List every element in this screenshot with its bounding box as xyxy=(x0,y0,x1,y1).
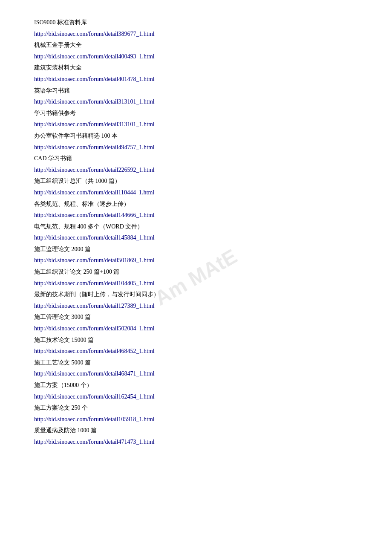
list-item-url-18[interactable]: http://bid.sinoaec.com/forum/detail47147… xyxy=(34,436,358,448)
list-item-title-17: 施工方案论文 250 个 xyxy=(34,402,358,414)
list-item-title-2: 建筑安装材料大全 xyxy=(34,62,358,74)
list-item-url-13[interactable]: http://bid.sinoaec.com/forum/detail50208… xyxy=(34,323,358,335)
item-link[interactable]: http://bid.sinoaec.com/forum/detail46845… xyxy=(34,348,155,354)
item-link[interactable]: http://bid.sinoaec.com/forum/detail40147… xyxy=(34,76,155,82)
item-link[interactable]: http://bid.sinoaec.com/forum/detail16245… xyxy=(34,393,155,400)
list-item-title-16: 施工方案（15000 个） xyxy=(34,380,358,391)
list-item-title-8: 各类规范、规程、标准（逐步上传） xyxy=(34,199,358,210)
item-link[interactable]: http://bid.sinoaec.com/forum/detail31310… xyxy=(34,98,155,105)
list-item-url-8[interactable]: http://bid.sinoaec.com/forum/detail14466… xyxy=(34,210,358,221)
list-item-title-7: 施工组织设计总汇（共 1000 篇） xyxy=(34,176,358,187)
list-item-title-5: 办公室软件学习书籍精选 100 本 xyxy=(34,130,358,142)
item-title: 施工工艺论文 5000 篇 xyxy=(34,359,91,366)
list-item-title-3: 英语学习书籍 xyxy=(34,85,358,97)
item-title: 施工方案（15000 个） xyxy=(34,382,92,388)
item-title: 学习书籍供参考 xyxy=(34,110,76,116)
item-link[interactable]: http://bid.sinoaec.com/forum/detail22659… xyxy=(34,167,155,173)
item-link[interactable]: http://bid.sinoaec.com/forum/detail47147… xyxy=(34,439,155,445)
item-link[interactable]: http://bid.sinoaec.com/forum/detail50186… xyxy=(34,257,155,263)
list-item-url-17[interactable]: http://bid.sinoaec.com/forum/detail10591… xyxy=(34,414,358,425)
item-title: ISO9000 标准资料库 xyxy=(34,19,87,26)
item-title: 电气规范、规程 400 多个（WORD 文件） xyxy=(34,223,143,230)
list-item-title-12: 最新的技术期刊（随时上传，与发行时间同步） xyxy=(34,289,358,301)
list-item-title-14: 施工技术论文 15000 篇 xyxy=(34,335,358,346)
item-title: 施工管理论文 3000 篇 xyxy=(34,314,91,320)
list-item-url-1[interactable]: http://bid.sinoaec.com/forum/detail40049… xyxy=(34,51,358,63)
item-title: 施工技术论文 15000 篇 xyxy=(34,337,94,343)
item-link[interactable]: http://bid.sinoaec.com/forum/detail38967… xyxy=(34,31,155,37)
resource-list: ISO9000 标准资料库http://bid.sinoaec.com/foru… xyxy=(34,17,358,448)
item-link[interactable]: http://bid.sinoaec.com/forum/detail14588… xyxy=(34,234,155,241)
list-item-title-4: 学习书籍供参考 xyxy=(34,108,358,119)
list-item-title-1: 机械五金手册大全 xyxy=(34,40,358,51)
list-item-url-10[interactable]: http://bid.sinoaec.com/forum/detail50186… xyxy=(34,255,358,266)
list-item-title-6: CAD 学习书籍 xyxy=(34,153,358,165)
item-link[interactable]: http://bid.sinoaec.com/forum/detail46847… xyxy=(34,370,155,377)
item-link[interactable]: http://bid.sinoaec.com/forum/detail14466… xyxy=(34,212,155,218)
list-item-title-10: 施工监理论文 2000 篇 xyxy=(34,244,358,255)
list-item-url-15[interactable]: http://bid.sinoaec.com/forum/detail46847… xyxy=(34,368,358,380)
list-item-title-0: ISO9000 标准资料库 xyxy=(34,17,358,29)
list-item-url-4[interactable]: http://bid.sinoaec.com/forum/detail31310… xyxy=(34,119,358,130)
list-item-url-16[interactable]: http://bid.sinoaec.com/forum/detail16245… xyxy=(34,391,358,403)
item-title: 办公室软件学习书籍精选 100 本 xyxy=(34,133,118,139)
item-title: 建筑安装材料大全 xyxy=(34,64,82,71)
item-title: CAD 学习书籍 xyxy=(34,155,72,162)
list-item-title-11: 施工组织设计论文 250 篇+100 篇 xyxy=(34,266,358,278)
list-item-url-14[interactable]: http://bid.sinoaec.com/forum/detail46845… xyxy=(34,346,358,357)
list-item-url-5[interactable]: http://bid.sinoaec.com/forum/detail49475… xyxy=(34,142,358,153)
item-title: 施工方案论文 250 个 xyxy=(34,405,88,411)
item-link[interactable]: http://bid.sinoaec.com/forum/detail10591… xyxy=(34,416,155,422)
item-title: 机械五金手册大全 xyxy=(34,42,82,48)
item-link[interactable]: http://bid.sinoaec.com/forum/detail10440… xyxy=(34,280,155,286)
list-item-title-15: 施工工艺论文 5000 篇 xyxy=(34,357,358,369)
list-item-title-9: 电气规范、规程 400 多个（WORD 文件） xyxy=(34,221,358,233)
item-link[interactable]: http://bid.sinoaec.com/forum/detail12738… xyxy=(34,303,155,309)
list-item-title-13: 施工管理论文 3000 篇 xyxy=(34,312,358,323)
item-link[interactable]: http://bid.sinoaec.com/forum/detail11044… xyxy=(34,189,154,196)
list-item-title-18: 质量通病及防治 1000 篇 xyxy=(34,425,358,436)
list-item-url-3[interactable]: http://bid.sinoaec.com/forum/detail31310… xyxy=(34,96,358,108)
list-item-url-12[interactable]: http://bid.sinoaec.com/forum/detail12738… xyxy=(34,301,358,312)
item-link[interactable]: http://bid.sinoaec.com/forum/detail50208… xyxy=(34,325,155,332)
item-title: 最新的技术期刊（随时上传，与发行时间同步） xyxy=(34,291,159,298)
item-title: 各类规范、规程、标准（逐步上传） xyxy=(34,201,130,207)
item-link[interactable]: http://bid.sinoaec.com/forum/detail49475… xyxy=(34,144,155,150)
list-item-url-6[interactable]: http://bid.sinoaec.com/forum/detail22659… xyxy=(34,165,358,176)
item-title: 施工组织设计论文 250 篇+100 篇 xyxy=(34,269,119,275)
list-item-url-9[interactable]: http://bid.sinoaec.com/forum/detail14588… xyxy=(34,232,358,244)
item-link[interactable]: http://bid.sinoaec.com/forum/detail40049… xyxy=(34,53,155,60)
item-link[interactable]: http://bid.sinoaec.com/forum/detail31310… xyxy=(34,121,155,127)
list-item-url-11[interactable]: http://bid.sinoaec.com/forum/detail10440… xyxy=(34,278,358,289)
item-title: 质量通病及防治 1000 篇 xyxy=(34,427,97,434)
item-title: 施工监理论文 2000 篇 xyxy=(34,246,91,252)
item-title: 施工组织设计总汇（共 1000 篇） xyxy=(34,178,121,184)
list-item-url-0[interactable]: http://bid.sinoaec.com/forum/detail38967… xyxy=(34,29,358,40)
item-title: 英语学习书籍 xyxy=(34,87,70,94)
list-item-url-2[interactable]: http://bid.sinoaec.com/forum/detail40147… xyxy=(34,74,358,85)
list-item-url-7[interactable]: http://bid.sinoaec.com/forum/detail11044… xyxy=(34,187,358,199)
